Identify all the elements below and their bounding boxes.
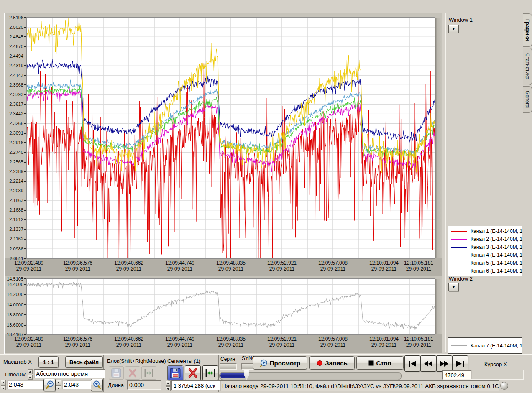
- legend-item[interactable]: Канал 7 (E-14-140M, 1D3: [448, 342, 522, 350]
- legend-line-sample: [451, 231, 467, 232]
- skip-end-icon: [455, 360, 465, 367]
- scale-x1-field[interactable]: 2.043: [7, 380, 45, 389]
- cursor-x-field[interactable]: [471, 370, 524, 380]
- chevron-down-icon: ▼: [452, 27, 455, 31]
- delete-disabled-icon: [128, 368, 138, 378]
- zoom-out-button[interactable]: [43, 379, 56, 391]
- segments-spinner[interactable]: [166, 381, 171, 391]
- fast-forward-button[interactable]: [436, 355, 452, 372]
- time-div-spinner[interactable]: [28, 369, 33, 380]
- skip-to-start-button[interactable]: [404, 355, 420, 372]
- legend-item[interactable]: Канал 1 (E-14-140M, 1D3: [448, 227, 522, 235]
- segments-delete-button[interactable]: [185, 365, 201, 380]
- block-extent-button[interactable]: [141, 366, 156, 380]
- record-button[interactable]: Запись: [309, 356, 355, 370]
- tab-statistika[interactable]: Статистика: [523, 48, 532, 85]
- window1-dropdown-button[interactable]: ▼: [448, 25, 459, 33]
- cursor-x-value-field[interactable]: 4702.49: [442, 370, 471, 380]
- whole-file-button[interactable]: Весь файл: [65, 356, 103, 368]
- window1-label: Window 1: [449, 17, 473, 23]
- seriya-led: [220, 363, 237, 370]
- legend-window2: Канал 7 (E-14-140M, 1D3: [448, 337, 522, 354]
- scale-x2-spinner[interactable]: [56, 380, 61, 390]
- save-icon: [170, 368, 181, 378]
- time-div-value-field[interactable]: Абсолютное время: [34, 369, 105, 378]
- status-bar: Начало ввода 29-09-2011 10:51:10, Файл d…: [220, 380, 499, 391]
- segments-value-field[interactable]: 1 37554.288 (сек: [171, 380, 221, 390]
- legend-label: Канал 4 (E-14-140M, 1D3: [471, 252, 522, 258]
- time-div-label: Time/Div: [4, 371, 26, 378]
- fast-forward-icon: [439, 360, 449, 367]
- stop-icon: [368, 360, 374, 366]
- legend-item[interactable]: Канал 5 (E-14-140M, 1D3: [448, 259, 522, 267]
- chart-window1[interactable]: [27, 18, 435, 258]
- legend-label: Канал 3 (E-14-140M, 1D3: [471, 244, 522, 250]
- length-label: Длина: [108, 382, 124, 388]
- skip-start-icon: [407, 360, 417, 367]
- legend-line-sample: [451, 239, 467, 240]
- delete-icon: [187, 368, 198, 378]
- status-led: [500, 382, 508, 390]
- window2-dropdown-button[interactable]: ▼: [448, 283, 459, 291]
- skip-to-end-button[interactable]: [452, 355, 468, 372]
- legend-item[interactable]: Канал 4 (E-14-140M, 1D3: [448, 251, 522, 259]
- resize-icon: [205, 368, 216, 378]
- seriya-label: Серия: [220, 356, 235, 362]
- legend-label: Канал 6 (E-14-140M, 1D3: [471, 268, 522, 274]
- legend-label: Канал 7 (E-14-140M, 1D3: [471, 343, 522, 349]
- legend-line-sample: [451, 345, 467, 346]
- legend-item[interactable]: Канал 2 (E-14-140M, 1D3: [448, 235, 522, 243]
- stop-button-label: Стоп: [376, 360, 391, 367]
- record-icon: [317, 360, 323, 366]
- preview-button-label: Просмотр: [270, 360, 300, 367]
- scale-x-label: Масштаб X: [3, 359, 32, 365]
- preview-button[interactable]: Просмотр: [253, 356, 307, 370]
- tab-general[interactable]: General: [523, 86, 532, 113]
- rewind-button[interactable]: [420, 355, 436, 372]
- one-to-one-button[interactable]: 1 : 1: [38, 356, 59, 368]
- right-panel: [445, 13, 523, 352]
- record-button-label: Запись: [325, 360, 348, 367]
- chart1-right-strip[interactable]: [435, 18, 442, 258]
- chart-window2[interactable]: [27, 279, 435, 334]
- cursor-x-label: Курсор X: [484, 361, 507, 367]
- stop-button[interactable]: Стоп: [356, 356, 404, 370]
- app-root: Window 1 ▼ Window 2 ▼ Канал 1 (E-14-140M…: [0, 0, 532, 393]
- zoom-out-icon: [45, 380, 54, 390]
- position-slider-fill: [220, 373, 246, 378]
- segments-label: Сегменты (1): [167, 358, 201, 364]
- legend-label: Канал 1 (E-14-140M, 1D3: [471, 228, 522, 234]
- segments-extent-button[interactable]: [202, 365, 218, 380]
- length-value-field: 0.000: [127, 380, 161, 390]
- xaxis-band-top: [5, 258, 442, 276]
- rewind-icon: [423, 360, 433, 367]
- save-disabled-icon: [111, 368, 121, 378]
- block-save-button[interactable]: [109, 366, 124, 380]
- chevron-down-icon: ▼: [452, 285, 455, 289]
- legend-line-sample: [451, 263, 467, 263]
- xaxis-band-bottom: [5, 334, 442, 353]
- legend-label: Канал 2 (E-14-140M, 1D3: [471, 236, 522, 242]
- zoom-in-button[interactable]: [91, 379, 103, 391]
- scale-x2-field[interactable]: 2.043: [62, 380, 93, 389]
- block-delete-button[interactable]: [125, 366, 140, 380]
- legend-label: Канал 5 (E-14-140M, 1D3: [471, 260, 522, 266]
- legend-line-sample: [451, 247, 467, 248]
- legend-line-sample: [451, 271, 467, 271]
- preview-play-icon: [260, 359, 268, 367]
- window2-label: Window 2: [449, 276, 473, 282]
- zoom-in-icon: [92, 380, 102, 390]
- scale-x1-spinner[interactable]: [1, 380, 6, 390]
- legend-window1: Канал 1 (E-14-140M, 1D3Канал 2 (E-14-140…: [448, 226, 522, 276]
- block-label: Блок(Shift+RightMouse): [107, 358, 166, 364]
- segments-save-button[interactable]: [167, 365, 183, 380]
- tab-grafiki[interactable]: Графики: [523, 13, 532, 47]
- chart2-right-strip[interactable]: [435, 279, 442, 334]
- legend-item[interactable]: Канал 6 (E-14-140M, 1D3: [448, 267, 522, 275]
- resize-disabled-icon: [144, 368, 154, 378]
- legend-item[interactable]: Канал 3 (E-14-140M, 1D3: [448, 243, 522, 251]
- legend-line-sample: [451, 255, 467, 255]
